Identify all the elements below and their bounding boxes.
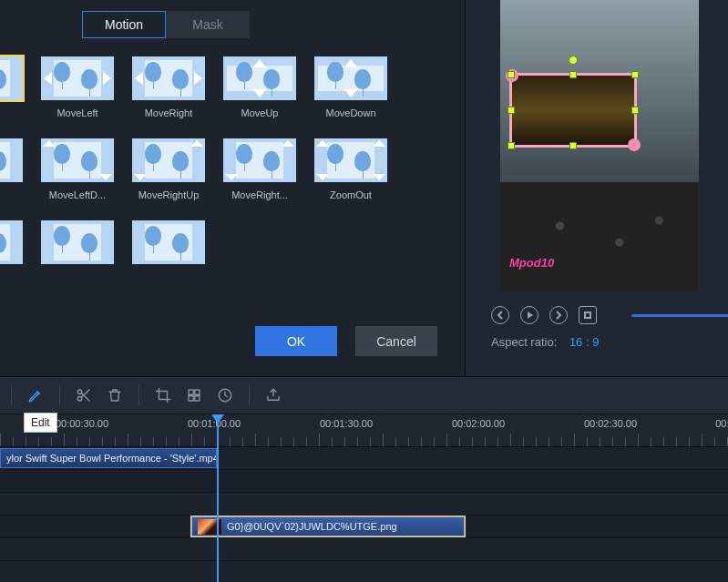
clip-label: G0}@0UQV`02}JUWLDC%UTGE.png: [227, 521, 397, 532]
motion-move-down[interactable]: MoveDown: [314, 56, 387, 118]
crop-button[interactable]: [150, 383, 176, 408]
time-ruler[interactable]: 00:00:30.0000:01:00.0000:01:30.0000:02:0…: [0, 414, 728, 447]
svg-rect-7: [195, 396, 200, 401]
resize-handle[interactable]: [569, 71, 577, 78]
motion-move-left[interactable]: MoveLeft: [41, 56, 114, 118]
motion-move-right[interactable]: MoveRight: [132, 56, 205, 118]
grid-icon: [186, 387, 202, 403]
edit-tooltip: Edit: [24, 413, 57, 433]
mosaic-button[interactable]: [181, 383, 207, 408]
play-button[interactable]: [520, 306, 538, 324]
scissors-icon: [76, 387, 92, 403]
motion-move-right-up[interactable]: MoveRightUp: [132, 138, 205, 200]
export-button[interactable]: [261, 383, 286, 408]
seek-slider[interactable]: [631, 314, 728, 317]
motion-label: ZoomOut: [330, 189, 372, 200]
motion-move-right-d[interactable]: MoveRight...: [223, 138, 296, 200]
cut-button[interactable]: [71, 383, 97, 408]
timeline-toolbar: [0, 376, 728, 414]
resize-handle[interactable]: [508, 71, 515, 78]
clock-icon: [217, 387, 233, 403]
resize-handle[interactable]: [631, 142, 639, 149]
duration-button[interactable]: [212, 383, 238, 408]
watermark: Mpod10: [509, 256, 554, 270]
edit-button[interactable]: [23, 383, 48, 408]
clip-label: ylor Swift Super Bowl Performance - 'Sty…: [6, 453, 217, 464]
ruler-label: 00:03: [715, 418, 728, 429]
motion-rotate-cw[interactable]: [132, 220, 205, 271]
svg-rect-5: [195, 390, 200, 394]
ruler-label: 00:01:30.00: [320, 418, 373, 429]
aspect-ratio: Aspect ratio: 16 : 9: [491, 335, 599, 349]
cancel-button[interactable]: Cancel: [355, 326, 437, 356]
dialog-buttons: OK Cancel: [255, 326, 437, 356]
motion-move-up[interactable]: MoveUp: [223, 56, 296, 118]
player-controls: [491, 306, 728, 324]
motion-zoom-out[interactable]: ZoomOut: [314, 138, 387, 200]
motion-panel: Motion Mask MoveLeftMoveRightMoveUpMoveD…: [0, 0, 466, 376]
video-clip[interactable]: ylor Swift Super Bowl Performance - 'Sty…: [0, 448, 217, 468]
ruler-label: 00:00:30.00: [56, 418, 108, 429]
pencil-icon: [27, 387, 44, 403]
aspect-value[interactable]: 16 : 9: [569, 335, 600, 349]
track[interactable]: [0, 493, 728, 516]
aspect-label: Aspect ratio:: [491, 335, 557, 349]
motion-rotate-ccw[interactable]: [41, 220, 114, 271]
motion-cut-a[interactable]: [0, 220, 23, 271]
timeline: 00:00:30.0000:01:00.0000:01:30.0000:02:0…: [0, 414, 728, 582]
svg-rect-4: [189, 390, 193, 394]
export-icon: [265, 387, 282, 403]
stop-button[interactable]: [579, 306, 597, 324]
overlay-track[interactable]: G0}@0UQV`02}JUWLDC%UTGE.png: [0, 516, 728, 538]
motion-label: MoveDown: [325, 107, 375, 118]
motion-label: MoveRightUp: [138, 189, 200, 200]
svg-rect-1: [585, 312, 590, 318]
resize-handle[interactable]: [631, 71, 639, 78]
prev-frame-button[interactable]: [491, 306, 509, 324]
ok-button[interactable]: OK: [255, 326, 337, 356]
preview-player[interactable]: Mpod10: [500, 0, 699, 291]
image-clip[interactable]: G0}@0UQV`02}JUWLDC%UTGE.png: [191, 516, 465, 536]
playhead[interactable]: [217, 414, 219, 582]
trash-icon: [107, 387, 123, 403]
ruler-label: 00:02:30.00: [584, 418, 637, 429]
svg-rect-6: [189, 396, 193, 401]
motion-label: MoveRight: [145, 107, 193, 118]
motion-label: MoveLeftD...: [49, 189, 106, 200]
overlay-frame[interactable]: [509, 73, 637, 148]
next-frame-button[interactable]: [549, 306, 568, 324]
motion-cut-up[interactable]: tUp: [0, 138, 23, 200]
rotate-handle[interactable]: [569, 56, 578, 65]
crop-icon: [155, 387, 171, 403]
resize-handle[interactable]: [569, 142, 577, 149]
motion-(cut-left)[interactable]: [0, 56, 23, 118]
ruler-label: 00:02:00.00: [452, 418, 505, 429]
svg-marker-0: [528, 311, 533, 319]
motion-move-left-d[interactable]: MoveLeftD...: [41, 138, 114, 200]
motion-grid: MoveLeftMoveRightMoveUpMoveDowntUpMoveLe…: [0, 47, 465, 316]
track[interactable]: [0, 470, 728, 493]
resize-handle[interactable]: [508, 142, 515, 149]
tab-mask[interactable]: Mask: [166, 11, 250, 38]
tab-motion[interactable]: Motion: [82, 11, 166, 38]
video-track[interactable]: ylor Swift Super Bowl Performance - 'Sty…: [0, 447, 728, 470]
track[interactable]: [0, 538, 728, 561]
preview-pane: Mpod10 Aspect ratio: 16 : 9: [466, 0, 728, 376]
delete-button[interactable]: [102, 383, 128, 408]
resize-handle[interactable]: [508, 107, 515, 114]
resize-handle[interactable]: [631, 107, 639, 114]
motion-label: MoveRight...: [231, 189, 288, 200]
motion-label: MoveLeft: [56, 107, 97, 118]
motion-label: MoveUp: [241, 107, 279, 118]
panel-tabs: Motion Mask: [82, 0, 465, 47]
